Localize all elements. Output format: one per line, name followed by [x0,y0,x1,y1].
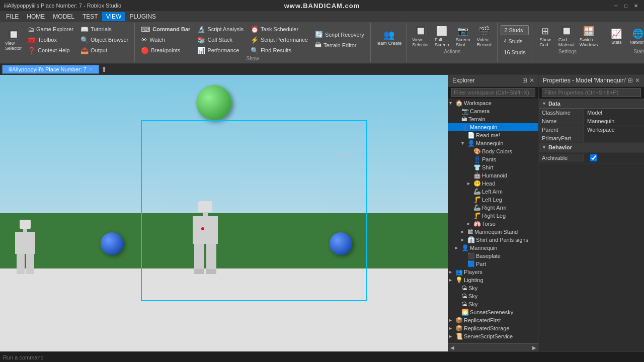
menu-plugins[interactable]: PLUGINS [125,12,160,21]
tree-label-part: Part [476,261,486,267]
full-screen-button[interactable]: ⬜ FullScreen [432,24,452,48]
mannequin-red-dot [201,227,204,230]
explorer-next-button[interactable]: ▶ [532,345,536,350]
maximize-button[interactable]: □ [622,2,630,10]
tree-item-pants[interactable]: 👖 Pants [448,155,538,163]
script-recovery-button[interactable]: 🔄 Script Recovery [312,30,367,40]
menu-model[interactable]: MODEL [49,12,78,21]
prop-section-behavior-section[interactable]: ▼Behavior [539,143,644,152]
grid-material-button[interactable]: 🔲 GridMaterial [556,24,577,48]
tree-item-camera[interactable]: 📷 Camera [448,107,538,115]
network-button[interactable]: 🌐 Network [627,24,644,48]
explorer-search-input[interactable] [451,88,535,97]
team-create-button[interactable]: 👥 Team Create [374,24,404,50]
tree-item-lighting[interactable]: ► 💡 Lighting [448,276,538,284]
prop-section-data-section[interactable]: ▼Data [539,99,644,109]
tree-item-shirt[interactable]: 👕 Shirt [448,163,538,171]
find-results-button[interactable]: 🔍 Find Results [248,45,311,55]
tree-item-right-leg[interactable]: 🦵 Right Leg [448,212,538,220]
toolbox-button[interactable]: 🧰 Toolbox [25,35,76,45]
tree-item-sky2[interactable]: 🌤 Sky [448,292,538,300]
view-selector-btn2[interactable]: 🔲 ViewSelector [410,24,431,48]
performance-button[interactable]: 📊 Performance [194,45,247,55]
tree-item-replicated-storage[interactable]: ► 📦 ReplicatedStorage [448,324,538,332]
tree-item-workspace[interactable]: ▼ 🏠 Workspace [448,99,538,107]
toolbar-group-grid: ⊞ ShowGrid 🔲 GridMaterial 🪟 SwitchWindow… [532,23,604,62]
command-bar-button[interactable]: ⌨ Command Bar [138,24,193,34]
tree-item-mannequin3[interactable]: ► 👤 Mannequin [448,244,538,252]
terrain-editor-button[interactable]: 🏔 Terrain Editor [312,40,367,50]
tree-item-torso[interactable]: ► 🫁 Torso [448,220,538,228]
explorer-search-area [448,86,538,99]
menu-home[interactable]: HOME [23,12,49,21]
screen-shot-button[interactable]: 📷 ScreenShot [453,24,473,48]
tree-label-shirt-pants: Shirt and Pants signs [476,237,528,243]
menu-file[interactable]: FILE [2,12,23,21]
switch-windows-button[interactable]: 🪟 SwitchWindows [578,24,600,48]
tree-item-right-arm[interactable]: 🦾 Right Arm [448,204,538,212]
tree-item-mannequin-sel[interactable]: 👤 Mannequin [448,123,538,131]
tree-item-mannequin2[interactable]: ▼ 👤 Mannequin [448,139,538,147]
tree-item-replicated-first[interactable]: ► 📦 ReplicatedFirst [448,316,538,324]
show-grid-button[interactable]: ⊞ ShowGrid [535,24,555,48]
output-button[interactable]: 📤 Output [77,45,131,55]
tree-item-sunset[interactable]: 🌅 SunsetSerenesky [448,308,538,316]
script-analysis-button[interactable]: 🔬 Script Analysis [194,24,247,34]
task-scheduler-button[interactable]: ⏰ Task Scheduler [248,24,311,34]
explorer-dock-button[interactable]: ⊞ [522,77,527,84]
tree-item-baseplate[interactable]: ⬛ Baseplate [448,252,538,260]
expand-viewport-button[interactable]: ⬆ [101,65,107,73]
tree-item-shirt-pants[interactable]: ► 👔 Shirt and Pants signs [448,236,538,244]
properties-search-input[interactable] [542,88,641,97]
tree-item-part[interactable]: 🟦 Part [448,260,538,268]
prop-value-Parent[interactable]: Workspace [584,126,644,134]
tree-item-terrain[interactable]: 🏔 Terrain [448,115,538,123]
viewport[interactable]: Right [0,75,448,351]
explorer-close-button[interactable]: ✕ [529,77,534,84]
studs-4-button[interactable]: 4 Studs [501,36,528,46]
stats-button[interactable]: 📈 Stats [606,24,626,48]
full-screen-icon: ⬜ [436,26,447,37]
video-record-button[interactable]: 🎬 VideoRecord [474,24,494,48]
tree-item-players[interactable]: ► 👥 Players [448,268,538,276]
game-explorer-button[interactable]: 🗂 Game Explorer [25,24,76,34]
prop-value-PrimaryPart[interactable] [584,137,644,139]
tree-item-head[interactable]: ► 😶 Head [448,179,538,188]
menu-test[interactable]: TEST [78,12,102,21]
view-selector-button[interactable]: 🔲 ViewSelector [3,28,24,52]
tree-item-left-arm[interactable]: 🦾 Left Arm [448,188,538,196]
prop-value-Archivable[interactable] [584,152,644,163]
command-input[interactable] [3,354,641,360]
studs-2-button[interactable]: 2 Studs [501,25,528,35]
tree-item-readme[interactable]: 📄 Read me! [448,131,538,139]
tree-item-left-leg[interactable]: 🦵 Left Leg [448,196,538,204]
tree-item-mannequin-stand[interactable]: ► 🏛 Mannequin Stand [448,228,538,236]
close-button[interactable]: ✕ [632,2,640,10]
object-browser-button[interactable]: 🔍 Object Browser [77,35,131,45]
properties-dock-button[interactable]: ⊞ [628,77,633,84]
context-help-button[interactable]: ❓ Context Help [25,45,76,55]
video-record-label: VideoRecord [477,37,492,47]
tree-item-server-script[interactable]: ► 📜 ServerScriptService [448,332,538,340]
properties-close-button[interactable]: ✕ [635,77,640,84]
script-perf-button[interactable]: ⚡ Script Performance [248,35,311,45]
main-tab[interactable]: iiiAllypoppyiii's Place Number: 7 ✕ [2,65,99,74]
tree-item-sky3[interactable]: 🌤 Sky [448,300,538,308]
breakpoints-button[interactable]: 🔴 Breakpoints [138,45,193,55]
explorer-prev-button[interactable]: ◀ [450,345,454,350]
watch-button[interactable]: 👁 Watch [138,35,193,45]
tree-item-humanoid[interactable]: 🤖 Humanoid [448,171,538,179]
call-stack-button[interactable]: 📚 Call Stack [194,35,247,45]
tree-item-sky1[interactable]: 🌤 Sky [448,284,538,292]
prop-value-ClassName[interactable]: Model [584,109,644,117]
prop-checkbox-Archivable[interactable] [590,154,597,161]
find-results-label: Find Results [261,47,291,53]
watch-label: Watch [149,37,165,43]
tutorials-button[interactable]: 📖 Tutorials [77,24,131,34]
tree-item-body-colors[interactable]: 🎨 Body Colors [448,147,538,155]
studs-16-button[interactable]: 16 Studs [501,47,528,57]
prop-value-Name[interactable]: Mannequin [584,117,644,125]
tab-close-button[interactable]: ✕ [89,66,93,72]
minimize-button[interactable]: ─ [612,2,620,10]
menu-view[interactable]: VIEW [102,12,126,21]
